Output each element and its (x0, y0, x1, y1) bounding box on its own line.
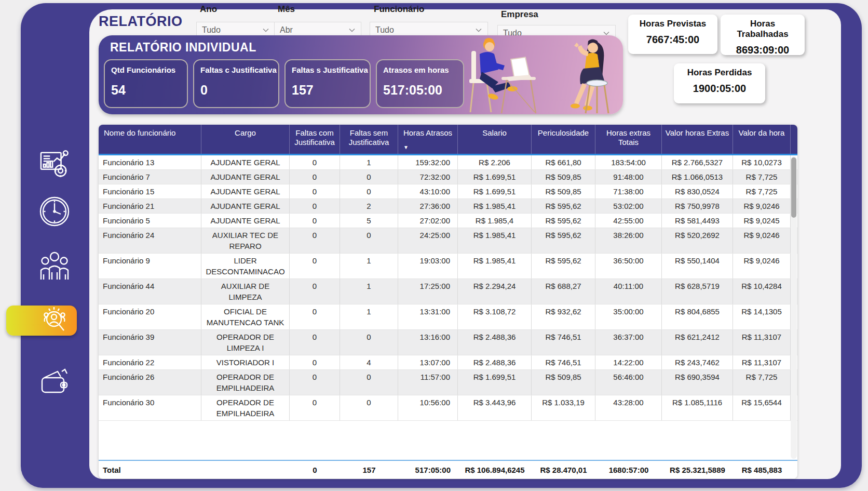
table-row[interactable]: Funcionário 15AJUDANTE GERAL0043:10:00R$… (99, 184, 797, 199)
table-cell[interactable]: R$ 1.985,4 (458, 214, 532, 228)
column-header[interactable]: Faltas sem Justificativa (340, 125, 398, 154)
table-cell[interactable]: 0 (340, 395, 398, 420)
table-scrollbar[interactable] (791, 156, 797, 459)
table-cell[interactable]: 19:03:00 (398, 254, 458, 278)
table-cell[interactable]: 0 (290, 370, 340, 395)
table-cell[interactable]: AJUDANTE GERAL (201, 184, 290, 198)
table-cell[interactable]: 56:46:00 (595, 370, 662, 395)
table-cell[interactable]: 27:36:00 (398, 199, 458, 213)
table-cell[interactable]: R$ 1.985,41 (458, 199, 532, 213)
column-header[interactable]: Horas extras Totais (595, 125, 662, 154)
table-cell[interactable]: R$ 3.108,72 (458, 304, 532, 329)
table-cell[interactable]: R$ 509,85 (532, 370, 595, 395)
table-cell[interactable]: R$ 1.066,0513 (662, 170, 733, 184)
table-cell[interactable]: 0 (290, 184, 340, 198)
table-cell[interactable]: 0 (290, 199, 340, 213)
table-row[interactable]: Funcionário 24AUXILIAR TEC DE REPARO0024… (99, 228, 797, 254)
table-cell[interactable]: 17:25:00 (398, 279, 458, 304)
table-cell[interactable]: 0 (290, 155, 340, 169)
table-cell[interactable]: R$ 1.699,51 (458, 184, 532, 198)
table-cell[interactable]: R$ 1.699,51 (458, 170, 532, 184)
table-cell[interactable]: R$ 15,6544 (733, 395, 791, 420)
table-cell[interactable]: 10:56:00 (398, 395, 458, 420)
table-cell[interactable]: R$ 750,9978 (662, 199, 733, 213)
table-row[interactable]: Funcionário 26OPERADOR DE EMPILHADEIRA00… (99, 370, 797, 395)
table-cell[interactable]: R$ 595,62 (532, 254, 595, 278)
table-cell[interactable]: 4 (340, 355, 398, 369)
table-cell[interactable]: R$ 9,0246 (733, 199, 791, 213)
table-cell[interactable]: 183:54:00 (595, 155, 662, 169)
table-cell[interactable]: 0 (290, 214, 340, 228)
table-cell[interactable]: R$ 2.294,24 (458, 279, 532, 304)
table-cell[interactable]: Funcionário 9 (99, 254, 201, 278)
table-cell[interactable]: 42:55:00 (595, 214, 662, 228)
table-cell[interactable]: LIDER DESCONTAMINACAO (201, 254, 290, 278)
table-cell[interactable]: 38:26:00 (595, 228, 662, 253)
table-cell[interactable]: 0 (290, 228, 340, 253)
table-cell[interactable]: Funcionário 13 (99, 155, 201, 169)
table-row[interactable]: Funcionário 44AUXILIAR DE LIMPEZA0117:25… (99, 279, 797, 304)
table-cell[interactable]: R$ 746,51 (532, 330, 595, 355)
table-cell[interactable]: R$ 2.766,5327 (662, 155, 733, 169)
table-cell[interactable]: 40:11:00 (595, 279, 662, 304)
table-cell[interactable]: R$ 3.443,96 (458, 395, 532, 420)
table-cell[interactable]: R$ 621,2412 (662, 330, 733, 355)
table-cell[interactable]: R$ 746,51 (532, 355, 595, 369)
table-cell[interactable]: R$ 7,725 (733, 184, 791, 198)
table-cell[interactable]: 0 (340, 228, 398, 253)
table-cell[interactable]: 5 (340, 214, 398, 228)
table-cell[interactable]: R$ 688,27 (532, 279, 595, 304)
table-cell[interactable]: 72:32:00 (398, 170, 458, 184)
table-cell[interactable]: 0 (290, 330, 340, 355)
column-header[interactable]: Nome do funcionário (99, 125, 201, 154)
table-cell[interactable]: 71:38:00 (595, 184, 662, 198)
table-cell[interactable]: 0 (340, 330, 398, 355)
table-cell[interactable]: Funcionário 30 (99, 395, 201, 420)
sidebar-item-time[interactable] (37, 194, 72, 229)
table-row[interactable]: Funcionário 13AJUDANTE GERAL01159:32:00R… (99, 155, 797, 170)
table-cell[interactable]: AJUDANTE GERAL (201, 199, 290, 213)
table-cell[interactable]: R$ 1.985,41 (458, 254, 532, 278)
table-cell[interactable]: R$ 690,3594 (662, 370, 733, 395)
table-cell[interactable]: 0 (290, 254, 340, 278)
table-cell[interactable]: R$ 1.033,19 (532, 395, 595, 420)
table-cell[interactable]: 43:28:00 (595, 395, 662, 420)
table-cell[interactable]: AJUDANTE GERAL (201, 155, 290, 169)
table-cell[interactable]: R$ 1.699,51 (458, 370, 532, 395)
table-cell[interactable]: 13:07:00 (398, 355, 458, 369)
table-cell[interactable]: 14:22:00 (595, 355, 662, 369)
table-row[interactable]: Funcionário 9LIDER DESCONTAMINACAO0119:0… (99, 254, 797, 279)
table-cell[interactable]: 24:25:00 (398, 228, 458, 253)
table-cell[interactable]: R$ 509,85 (532, 184, 595, 198)
table-cell[interactable]: 0 (340, 370, 398, 395)
table-cell[interactable]: OPERADOR DE EMPILHADEIRA (201, 370, 290, 395)
column-header[interactable]: Horas Atrasos▼ (398, 125, 458, 154)
table-cell[interactable]: R$ 2.488,36 (458, 355, 532, 369)
table-cell[interactable]: 0 (290, 304, 340, 329)
table-cell[interactable]: AUXILIAR DE LIMPEZA (201, 279, 290, 304)
column-header[interactable]: Faltas com Justificativa (290, 125, 340, 154)
table-cell[interactable]: 0 (290, 170, 340, 184)
table-cell[interactable]: R$ 243,7462 (662, 355, 733, 369)
table-row[interactable]: Funcionário 22VISTORIADOR I0413:07:00R$ … (99, 355, 797, 370)
table-row[interactable]: Funcionário 30OPERADOR DE EMPILHADEIRA00… (99, 395, 797, 421)
table-cell[interactable]: 27:02:00 (398, 214, 458, 228)
table-cell[interactable]: 0 (290, 395, 340, 420)
table-cell[interactable]: 11:57:00 (398, 370, 458, 395)
table-cell[interactable]: R$ 10,4284 (733, 279, 791, 304)
table-cell[interactable]: R$ 595,62 (532, 199, 595, 213)
table-cell[interactable]: Funcionário 5 (99, 214, 201, 228)
table-cell[interactable]: Funcionário 26 (99, 370, 201, 395)
table-cell[interactable]: R$ 661,80 (532, 155, 595, 169)
column-header[interactable]: Valor da hora (733, 125, 791, 154)
sidebar-item-individual[interactable] (37, 303, 72, 338)
sidebar-item-payroll[interactable] (37, 364, 72, 398)
table-cell[interactable]: VISTORIADOR I (201, 355, 290, 369)
table-cell[interactable]: R$ 9,0246 (733, 228, 791, 253)
table-cell[interactable]: AJUDANTE GERAL (201, 214, 290, 228)
table-cell[interactable]: 0 (290, 355, 340, 369)
table-cell[interactable]: R$ 1.085,1116 (662, 395, 733, 420)
table-cell[interactable]: Funcionário 21 (99, 199, 201, 213)
table-cell[interactable]: 1 (340, 155, 398, 169)
table-cell[interactable]: R$ 509,85 (532, 170, 595, 184)
